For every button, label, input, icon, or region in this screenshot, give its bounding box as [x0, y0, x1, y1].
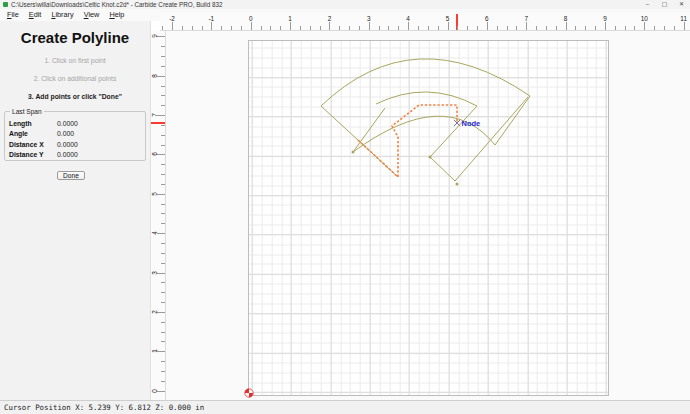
h-ruler-tick — [418, 26, 419, 30]
v-ruler-tick — [157, 115, 165, 116]
menu-file[interactable]: File — [2, 9, 24, 21]
vector-wedge-right[interactable] — [455, 97, 528, 181]
v-ruler-tick — [161, 282, 165, 283]
h-ruler-tick — [192, 26, 193, 30]
h-ruler-tick — [575, 26, 576, 30]
h-ruler-tick — [408, 22, 409, 30]
h-ruler-tick — [448, 22, 449, 30]
close-button[interactable]: ✕ — [673, 0, 690, 9]
menu-view[interactable]: View — [79, 9, 105, 21]
v-ruler-tick — [161, 145, 165, 146]
v-ruler-tick — [161, 332, 165, 333]
vector-endpoint-dot[interactable] — [352, 151, 355, 154]
h-ruler-tick — [477, 26, 478, 30]
h-ruler-tick — [546, 26, 547, 30]
h-ruler-tick — [398, 26, 399, 30]
carbide-create-window: C:\Users\willa\Downloads\Celtic Knot.c2d… — [0, 0, 690, 414]
vector-layer: Node — [166, 31, 690, 400]
h-ruler-tick — [310, 26, 311, 30]
v-ruler-tick — [161, 213, 165, 214]
h-ruler-tick — [320, 26, 321, 30]
h-ruler-tick — [379, 26, 380, 30]
h-ruler-tick — [536, 26, 537, 30]
status-bar: Cursor Position X: 5.239 Y: 6.812 Z: 0.0… — [0, 400, 690, 414]
v-ruler-tick — [161, 302, 165, 303]
vector-endpoint-dot[interactable] — [456, 183, 459, 186]
length-row: Length 0.0000 — [9, 118, 141, 129]
title-bar[interactable]: C:\Users\willa\Downloads\Celtic Knot.c2d… — [0, 0, 690, 9]
h-ruler-tick — [595, 26, 596, 30]
h-ruler-label: 3 — [362, 15, 376, 22]
vector-inner-right-radial[interactable] — [430, 106, 477, 157]
h-ruler-label: 2 — [322, 15, 336, 22]
h-ruler-label: 8 — [559, 15, 573, 22]
h-ruler-tick — [300, 26, 301, 30]
step-1: 1. Click on first point — [0, 57, 150, 64]
horizontal-ruler: -2-101234567891011 — [160, 13, 690, 31]
v-ruler-tick — [161, 292, 165, 293]
h-ruler-tick — [526, 22, 527, 30]
v-ruler-tick — [161, 223, 165, 224]
h-ruler-tick — [349, 26, 350, 30]
vector-inner-left-radial[interactable] — [353, 108, 385, 152]
length-value: 0.0000 — [57, 120, 78, 127]
h-ruler-tick — [634, 26, 635, 30]
h-ruler-label: 1 — [283, 15, 297, 22]
minimize-button[interactable]: – — [639, 0, 656, 9]
distance-x-label: Distance X — [9, 141, 57, 148]
h-ruler-tick — [516, 26, 517, 30]
h-ruler-tick — [644, 22, 645, 30]
h-ruler-label: 9 — [598, 15, 612, 22]
angle-value: 0.000 — [57, 130, 74, 137]
h-ruler-tick — [182, 26, 183, 30]
drawing-viewport[interactable]: Node — [166, 31, 690, 400]
menu-edit[interactable]: Edit — [24, 9, 47, 21]
maximize-button[interactable]: ▢ — [656, 0, 673, 9]
create-polyline-panel: Create Polyline 1. Click on first point … — [0, 21, 151, 400]
h-ruler-label: -2 — [165, 15, 179, 22]
step-3: 3. Add points or click "Done" — [0, 93, 150, 100]
h-ruler-tick — [251, 22, 252, 30]
angle-row: Angle 0.000 — [9, 129, 141, 140]
last-span-rows: Length 0.0000 Angle 0.000 Distance X 0.0… — [9, 118, 141, 160]
h-ruler-tick — [438, 26, 439, 30]
h-ruler-label: 5 — [441, 15, 455, 22]
h-ruler-label: 7 — [519, 15, 533, 22]
v-ruler-tick — [157, 36, 165, 37]
last-span-title: Last Span — [10, 108, 44, 115]
vector-right-radial[interactable] — [495, 96, 530, 145]
h-ruler-tick — [241, 26, 242, 30]
last-span-group: Last Span Length 0.0000 Angle 0.000 Dist… — [4, 111, 146, 161]
v-ruler-tick — [161, 381, 165, 382]
h-ruler-tick — [162, 26, 163, 30]
menu-library[interactable]: Library — [46, 9, 78, 21]
h-ruler-tick — [684, 22, 685, 30]
h-ruler-tick — [172, 22, 173, 30]
v-ruler-tick — [157, 273, 165, 274]
v-ruler-tick — [157, 154, 165, 155]
v-ruler-tick — [161, 341, 165, 342]
vector-endpoint-dot[interactable] — [429, 156, 432, 159]
h-ruler-tick — [664, 26, 665, 30]
v-ruler-tick — [161, 371, 165, 372]
v-ruler-tick — [161, 184, 165, 185]
vector-wedge-left[interactable] — [430, 157, 455, 181]
menu-help[interactable]: Help — [104, 9, 129, 21]
v-ruler-tick — [161, 243, 165, 244]
length-label: Length — [9, 120, 57, 127]
h-ruler-tick — [261, 26, 262, 30]
node-label: Node — [462, 119, 481, 128]
v-ruler-tick — [157, 312, 165, 313]
cursor-position-readout: Cursor Position X: 5.239 Y: 6.812 Z: 0.0… — [4, 403, 204, 412]
v-ruler-tick — [161, 95, 165, 96]
v-ruler-tick — [161, 263, 165, 264]
angle-label: Angle — [9, 130, 57, 137]
vector-inner-arc[interactable] — [376, 92, 477, 106]
v-ruler-tick — [161, 56, 165, 57]
h-ruler-tick — [221, 26, 222, 30]
h-ruler-tick — [388, 26, 389, 30]
h-ruler-label: 10 — [637, 15, 651, 22]
vector-outer-arc[interactable] — [321, 59, 530, 106]
done-button[interactable]: Done — [57, 171, 85, 180]
h-ruler-tick — [615, 26, 616, 30]
